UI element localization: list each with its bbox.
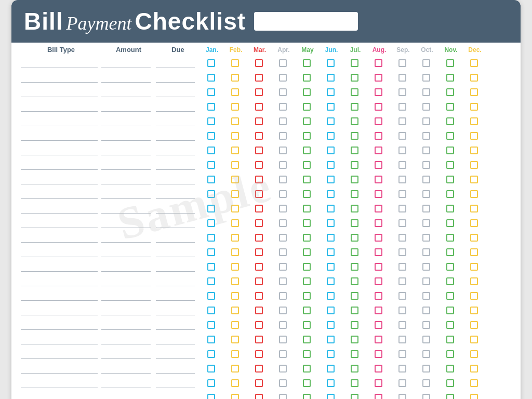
checkbox-may[interactable]	[303, 161, 311, 169]
field-due[interactable]	[156, 305, 195, 315]
checkbox-jul[interactable]	[351, 161, 358, 169]
checkbox-sep[interactable]	[398, 117, 406, 125]
checkbox-apr[interactable]	[279, 307, 287, 314]
checkbox-dec[interactable]	[470, 248, 478, 256]
checkbox-jan[interactable]	[207, 161, 215, 169]
checkbox-aug[interactable]	[375, 59, 382, 67]
checkbox-jan[interactable]	[207, 190, 215, 198]
checkbox-oct[interactable]	[422, 132, 430, 140]
checkbox-nov[interactable]	[446, 117, 454, 125]
checkbox-mar[interactable]	[255, 307, 263, 314]
checkbox-dec[interactable]	[470, 277, 478, 285]
field-amount[interactable]	[101, 203, 151, 214]
field-due[interactable]	[156, 189, 195, 199]
checkbox-nov[interactable]	[446, 219, 454, 227]
checkbox-feb[interactable]	[231, 307, 239, 314]
checkbox-jul[interactable]	[351, 365, 358, 373]
checkbox-dec[interactable]	[470, 88, 478, 96]
checkbox-jun[interactable]	[327, 234, 335, 242]
checkbox-jan[interactable]	[207, 103, 215, 111]
field-amount[interactable]	[101, 159, 151, 170]
checkbox-jul[interactable]	[351, 292, 358, 300]
checkbox-apr[interactable]	[279, 292, 287, 300]
checkbox-jan[interactable]	[207, 74, 215, 82]
checkbox-feb[interactable]	[231, 147, 239, 154]
checkbox-oct[interactable]	[422, 190, 430, 198]
checkbox-jan[interactable]	[207, 379, 215, 387]
checkbox-jan[interactable]	[207, 350, 215, 358]
checkbox-jul[interactable]	[351, 248, 358, 256]
checkbox-may[interactable]	[303, 190, 311, 198]
field-due[interactable]	[156, 363, 195, 374]
checkbox-aug[interactable]	[375, 219, 382, 227]
checkbox-feb[interactable]	[231, 350, 239, 358]
checkbox-jun[interactable]	[327, 365, 335, 373]
checkbox-apr[interactable]	[279, 74, 287, 82]
field-amount[interactable]	[101, 116, 151, 126]
checkbox-jan[interactable]	[207, 176, 215, 183]
field-due[interactable]	[156, 320, 195, 330]
field-due[interactable]	[156, 58, 195, 68]
checkbox-nov[interactable]	[446, 379, 454, 387]
checkbox-mar[interactable]	[255, 219, 263, 227]
checkbox-dec[interactable]	[470, 205, 478, 212]
checkbox-dec[interactable]	[470, 117, 478, 125]
checkbox-feb[interactable]	[231, 277, 239, 285]
field-amount[interactable]	[101, 334, 151, 344]
checkbox-apr[interactable]	[279, 277, 287, 285]
checkbox-jul[interactable]	[351, 205, 358, 212]
checkbox-feb[interactable]	[231, 263, 239, 271]
checkbox-feb[interactable]	[231, 379, 239, 387]
checkbox-jan[interactable]	[207, 321, 215, 329]
checkbox-apr[interactable]	[279, 350, 287, 358]
checkbox-jul[interactable]	[351, 147, 358, 154]
checkbox-mar[interactable]	[255, 59, 263, 67]
checkbox-apr[interactable]	[279, 132, 287, 140]
checkbox-aug[interactable]	[375, 248, 382, 256]
checkbox-feb[interactable]	[231, 132, 239, 140]
checkbox-feb[interactable]	[231, 321, 239, 329]
checkbox-may[interactable]	[303, 248, 311, 256]
checkbox-mar[interactable]	[255, 117, 263, 125]
field-bill-type[interactable]	[21, 247, 98, 257]
checkbox-jun[interactable]	[327, 132, 335, 140]
field-bill-type[interactable]	[21, 189, 98, 199]
checkbox-aug[interactable]	[375, 205, 382, 212]
checkbox-feb[interactable]	[231, 219, 239, 227]
checkbox-may[interactable]	[303, 234, 311, 242]
checkbox-dec[interactable]	[470, 74, 478, 82]
checkbox-nov[interactable]	[446, 205, 454, 212]
checkbox-jun[interactable]	[327, 176, 335, 183]
checkbox-mar[interactable]	[255, 292, 263, 300]
field-bill-type[interactable]	[21, 378, 98, 388]
checkbox-dec[interactable]	[470, 161, 478, 169]
checkbox-nov[interactable]	[446, 190, 454, 198]
field-bill-type[interactable]	[21, 72, 98, 83]
checkbox-jul[interactable]	[351, 307, 358, 314]
checkbox-sep[interactable]	[398, 365, 406, 373]
checkbox-mar[interactable]	[255, 176, 263, 183]
checkbox-jan[interactable]	[207, 205, 215, 212]
checkbox-aug[interactable]	[375, 190, 382, 198]
checkbox-sep[interactable]	[398, 219, 406, 227]
field-amount[interactable]	[101, 363, 151, 374]
checkbox-sep[interactable]	[398, 248, 406, 256]
checkbox-nov[interactable]	[446, 74, 454, 82]
checkbox-dec[interactable]	[470, 365, 478, 373]
field-due[interactable]	[156, 145, 195, 155]
checkbox-sep[interactable]	[398, 307, 406, 314]
checkbox-apr[interactable]	[279, 321, 287, 329]
checkbox-apr[interactable]	[279, 190, 287, 198]
checkbox-mar[interactable]	[255, 248, 263, 256]
field-due[interactable]	[156, 392, 195, 399]
checkbox-jun[interactable]	[327, 248, 335, 256]
checkbox-oct[interactable]	[422, 234, 430, 242]
checkbox-jun[interactable]	[327, 103, 335, 111]
checkbox-jul[interactable]	[351, 132, 358, 140]
field-amount[interactable]	[101, 189, 151, 199]
checkbox-jan[interactable]	[207, 307, 215, 314]
checkbox-mar[interactable]	[255, 88, 263, 96]
checkbox-may[interactable]	[303, 59, 311, 67]
field-due[interactable]	[156, 290, 195, 301]
checkbox-nov[interactable]	[446, 147, 454, 154]
